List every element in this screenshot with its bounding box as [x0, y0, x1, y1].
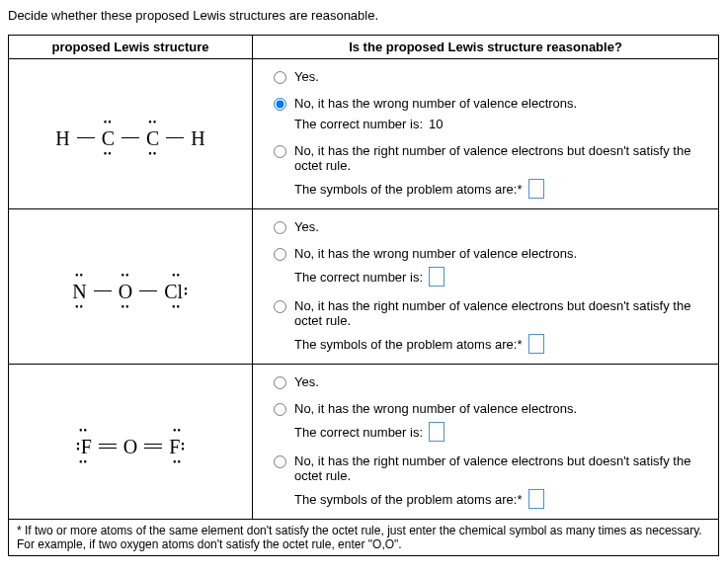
- lewis-table: proposed Lewis structure Is the proposed…: [8, 35, 719, 556]
- header-structure: proposed Lewis structure: [9, 36, 253, 59]
- symbols-input[interactable]: [528, 489, 544, 509]
- table-row: ••N•• ••O•• ••Cl•••• Yes. No, it has the…: [9, 209, 719, 365]
- option-wrong-valence-label: No, it has the wrong number of valence e…: [294, 401, 702, 416]
- correct-number-label: The correct number is:: [294, 270, 423, 285]
- correct-number-label: The correct number is:: [294, 425, 423, 440]
- radio-yes[interactable]: [274, 71, 286, 84]
- structure-hcch: H ••C•• ••C•• H: [9, 59, 253, 209]
- structure-fof: ••••F•• O ••F••••: [9, 365, 253, 520]
- question-text: Decide whether these proposed Lewis stru…: [8, 8, 720, 23]
- table-row: H ••C•• ••C•• H Yes. No, it has the wron…: [9, 59, 719, 209]
- symbols-label: The symbols of the problem atoms are:*: [294, 182, 523, 197]
- correct-number-input[interactable]: [429, 267, 445, 287]
- radio-octet[interactable]: [274, 455, 286, 468]
- radio-wrong-valence[interactable]: [274, 403, 286, 416]
- symbols-input[interactable]: [528, 179, 544, 199]
- option-octet-label: No, it has the right number of valence e…: [294, 143, 702, 173]
- radio-yes[interactable]: [274, 376, 286, 389]
- correct-number-value: 10: [429, 117, 448, 131]
- option-yes-label: Yes.: [294, 374, 702, 389]
- symbols-label: The symbols of the problem atoms are:*: [294, 337, 523, 352]
- radio-octet[interactable]: [274, 145, 286, 158]
- option-wrong-valence-label: No, it has the wrong number of valence e…: [294, 246, 702, 261]
- radio-wrong-valence[interactable]: [274, 98, 286, 111]
- radio-wrong-valence[interactable]: [274, 248, 286, 261]
- option-wrong-valence-label: No, it has the wrong number of valence e…: [294, 96, 702, 111]
- footnote: * If two or more atoms of the same eleme…: [9, 520, 719, 556]
- option-yes-label: Yes.: [294, 219, 702, 234]
- radio-octet[interactable]: [274, 300, 286, 313]
- structure-nocl: ••N•• ••O•• ••Cl••••: [9, 209, 253, 365]
- table-row: ••••F•• O ••F•••• Yes. No, it has the wr…: [9, 365, 719, 520]
- correct-number-input[interactable]: [429, 422, 445, 442]
- symbols-label: The symbols of the problem atoms are:*: [294, 492, 523, 507]
- option-octet-label: No, it has the right number of valence e…: [294, 453, 702, 483]
- option-octet-label: No, it has the right number of valence e…: [294, 298, 702, 328]
- radio-yes[interactable]: [274, 221, 286, 234]
- correct-number-label: The correct number is:: [294, 117, 423, 131]
- symbols-input[interactable]: [528, 334, 544, 354]
- header-reasonable: Is the proposed Lewis structure reasonab…: [253, 36, 719, 59]
- option-yes-label: Yes.: [294, 69, 702, 84]
